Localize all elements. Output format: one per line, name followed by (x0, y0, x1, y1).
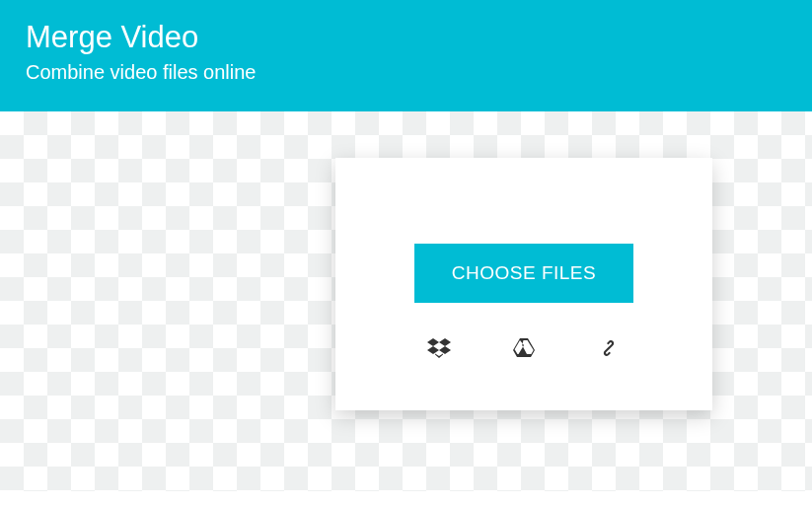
upload-card: CHOOSE FILES (335, 158, 712, 410)
page-subtitle: Combine video files online (26, 61, 786, 84)
content-area: CHOOSE FILES (0, 111, 812, 491)
google-drive-icon[interactable] (512, 336, 536, 360)
link-icon[interactable] (597, 336, 621, 360)
page-title: Merge Video (26, 20, 786, 55)
source-options (427, 336, 621, 360)
dropbox-icon[interactable] (427, 336, 451, 360)
choose-files-button[interactable]: CHOOSE FILES (414, 244, 633, 303)
page-header: Merge Video Combine video files online (0, 0, 812, 111)
